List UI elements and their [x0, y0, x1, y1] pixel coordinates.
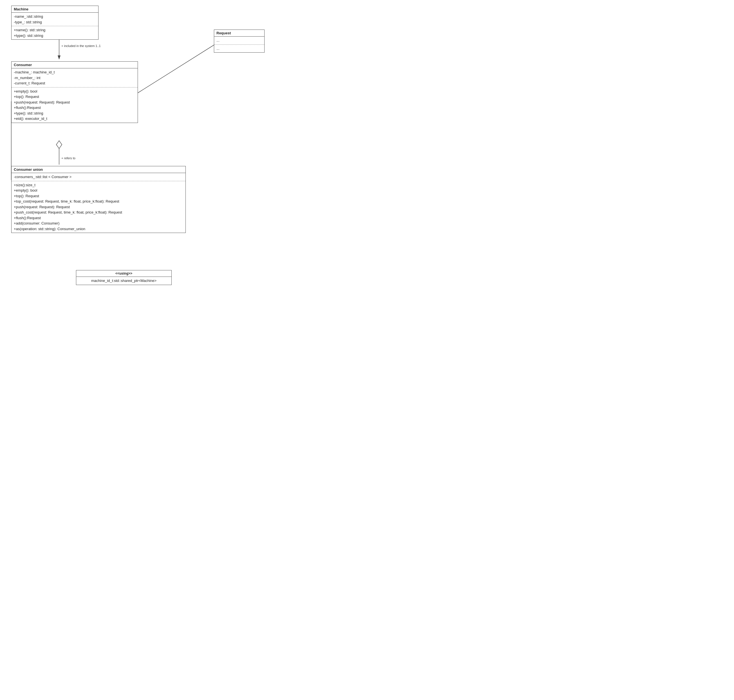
diagram-container: Machine -name_:std::string -type_: std::…	[0, 0, 367, 350]
consumer-union-relationship-label: + refers to	[61, 156, 75, 160]
svg-line-1	[138, 45, 214, 93]
consumer-union-attr-0: -consumers_:std::list < Consumer >	[14, 174, 183, 180]
consumer-union-attributes-section: -consumers_:std::list < Consumer >	[12, 173, 185, 181]
consumer-method-5: +eid(): executor_id_t	[14, 116, 135, 122]
svg-marker-3	[56, 141, 62, 149]
consumer-union-class-title: Consumer union	[12, 166, 185, 173]
machine-attr-0: -name_:std::string	[14, 14, 96, 19]
machine-methods-section: +name(): std::string +type(): std::strin…	[12, 26, 98, 40]
machine-class-title: Machine	[12, 6, 98, 13]
consumer-attr-1: -m_number_: int	[14, 75, 135, 81]
consumer-class-box: Consumer -machine_: machine_id_t -m_numb…	[11, 61, 138, 123]
request-class-box: Request ... ...	[214, 29, 265, 53]
consumer-method-1: +top(): Request	[14, 94, 135, 100]
machine-attr-1: -type_: std::string	[14, 19, 96, 25]
consumer-union-method-2: +top(): Request	[14, 193, 183, 199]
request-attributes-section: ...	[214, 37, 264, 45]
consumer-union-method-0: +size():size_t	[14, 182, 183, 188]
consumer-union-method-6: +flush():Request	[14, 215, 183, 221]
consumer-class-title: Consumer	[12, 62, 138, 68]
consumer-attr-2: -current_t: Request	[14, 81, 135, 86]
request-attr-0: ...	[216, 38, 262, 43]
request-methods-section: ...	[214, 45, 264, 53]
consumer-union-method-1: +empty(): bool	[14, 188, 183, 193]
machine-attributes-section: -name_:std::string -type_: std::string	[12, 13, 98, 26]
consumer-union-method-7: +add(consumer: Consumer)	[14, 221, 183, 226]
machine-method-0: +name(): std::string	[14, 27, 96, 33]
consumer-method-0: +empty(): bool	[14, 89, 135, 94]
using-box: <<using>> machine_id_t:std::shared_ptr<M…	[76, 270, 172, 285]
consumer-method-3: +flush():Request	[14, 105, 135, 110]
using-title-section: machine_id_t:std::shared_ptr<Machine>	[76, 277, 171, 285]
machine-method-1: +type(): std::string	[14, 33, 96, 38]
machine-class-box: Machine -name_:std::string -type_: std::…	[11, 6, 99, 40]
consumer-union-methods-section: +size():size_t +empty(): bool +top(): Re…	[12, 181, 185, 233]
request-method-0: ...	[216, 46, 262, 51]
request-class-title: Request	[214, 30, 264, 37]
consumer-union-class-box: Consumer union -consumers_:std::list < C…	[11, 166, 186, 233]
using-stereotype: <<using>>	[76, 271, 171, 277]
consumer-methods-section: +empty(): bool +top(): Request +push(req…	[12, 87, 138, 123]
consumer-method-4: +type(): std::string	[14, 110, 135, 116]
machine-consumer-relationship-label: + included in the system 1..1	[61, 44, 101, 47]
consumer-attr-0: -machine_: machine_id_t	[14, 69, 135, 75]
consumer-union-method-5: +push_cost(request: Request, time_k: flo…	[14, 210, 183, 215]
consumer-method-2: +push(request: Request): Request	[14, 100, 135, 105]
using-title: machine_id_t:std::shared_ptr<Machine>	[78, 278, 169, 284]
consumer-union-method-8: +as(operation: std::string): Consumer_un…	[14, 226, 183, 232]
consumer-union-method-4: +push(request: Request): Request	[14, 204, 183, 210]
consumer-union-method-3: +top_cost(request: Request, time_k: floa…	[14, 199, 183, 204]
consumer-attributes-section: -machine_: machine_id_t -m_number_: int …	[12, 68, 138, 87]
